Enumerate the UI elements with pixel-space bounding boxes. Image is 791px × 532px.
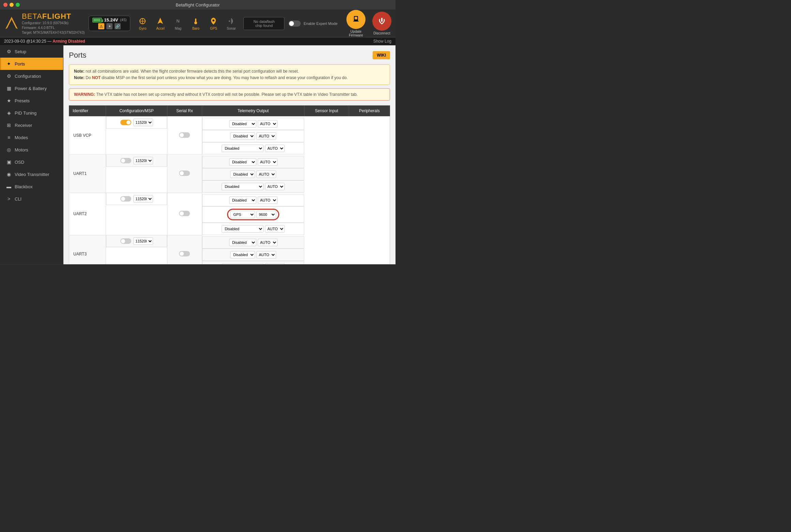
configuration-icon: ⚙ <box>6 73 12 79</box>
config-toggle[interactable] <box>120 158 131 163</box>
port-peripherals: DisabledVTX (IRC Tramp)VTX (Smart Audio)… <box>202 261 304 264</box>
sensor-baud-select[interactable]: AUTO960019200384005760011520023040025000… <box>256 132 276 140</box>
app-title: Betaflight Configurator <box>176 2 220 8</box>
maximize-button[interactable] <box>16 3 20 7</box>
close-button[interactable] <box>3 3 8 7</box>
peripheral-select[interactable]: DisabledVTX (IRC Tramp)VTX (Smart Audio)… <box>222 145 264 152</box>
svg-text:N: N <box>177 18 180 24</box>
peripheral-select[interactable]: DisabledVTX (IRC Tramp)VTX (Smart Audio)… <box>222 263 264 264</box>
config-baud-select[interactable]: 9600192003840057600115200230400250000 <box>133 237 153 245</box>
window-controls[interactable] <box>3 3 20 7</box>
config-toggle[interactable] <box>120 120 131 125</box>
config-baud-select[interactable]: 9600192003840057600115200230400250000 <box>133 195 153 203</box>
accel-icon <box>155 16 165 26</box>
serial-rx-toggle[interactable] <box>179 251 190 256</box>
sidebar-item-motors[interactable]: ◎ Motors <box>0 144 63 156</box>
table-row: UART296001920038400576001152002304002500… <box>69 193 390 235</box>
disconnect-button[interactable]: Disconnect <box>372 12 391 35</box>
port-sensor: DisabledGPSSonarESCAUTO96001920038400576… <box>202 130 304 142</box>
video-transmitter-icon: ◉ <box>6 172 12 177</box>
sensor-sonar: Sonar <box>223 15 239 32</box>
expert-mode-switch[interactable] <box>288 20 301 27</box>
update-firmware-button[interactable]: UpdateFirmware <box>346 10 365 37</box>
main-layout: ⚙ Setup ✦ Ports ⚙ Configuration ▦ Power … <box>0 45 395 264</box>
sidebar-label-cli: CLI <box>15 196 21 202</box>
col-sensor: Sensor Input <box>304 106 349 116</box>
peripheral-baud-select[interactable]: AUTO960019200384005760011520023040025000… <box>265 263 285 264</box>
sensor-mag: N Mag <box>170 15 186 32</box>
expert-mode-toggle[interactable]: Enable Expert Mode <box>288 20 338 27</box>
telemetry-baud-select[interactable]: AUTO960019200384005760011520023040025000… <box>258 196 278 204</box>
telemetry-baud-select[interactable]: AUTO960019200384005760011520023040025000… <box>258 120 278 128</box>
sensor-select[interactable]: DisabledGPSSonarESC <box>230 132 255 140</box>
svg-rect-11 <box>355 17 357 19</box>
blackbox-icon: ▬ <box>6 184 12 189</box>
config-toggle[interactable] <box>120 196 131 202</box>
sidebar-item-receiver[interactable]: ⊞ Receiver <box>0 119 63 131</box>
config-baud-select[interactable]: 9600192003840057600115200230400250000 <box>133 119 153 126</box>
telemetry-select[interactable]: DisabledFrSkySmartPortLTMMavLinkIbusCRSF <box>229 239 256 246</box>
telemetry-select[interactable]: DisabledFrSkySmartPortLTMMavLinkIbusCRSF <box>229 158 256 166</box>
table-row: UART196001920038400576001152002304002500… <box>69 154 390 193</box>
wiki-button[interactable]: WIKI <box>373 51 390 59</box>
sidebar-item-presets[interactable]: ★ Presets <box>0 94 63 107</box>
presets-icon: ★ <box>6 98 12 103</box>
peripheral-select[interactable]: DisabledVTX (IRC Tramp)VTX (Smart Audio)… <box>222 183 264 190</box>
serial-rx-toggle[interactable] <box>179 211 190 216</box>
sensor-baud-select[interactable]: AUTO960019200384005760011520023040025000… <box>256 211 276 218</box>
serial-rx-toggle[interactable] <box>179 132 190 138</box>
warning-text: The VTX table has not been set up correc… <box>96 92 358 97</box>
sensor-select[interactable]: DisabledGPSSonarESC <box>230 171 255 178</box>
battery-icon <box>92 18 102 23</box>
config-baud-select[interactable]: 9600192003840057600115200230400250000 <box>133 157 153 164</box>
dataflash-line2: chip found <box>248 24 280 28</box>
logo-text: BETAFLIGHT <box>22 12 85 21</box>
port-telemetry: DisabledFrSkySmartPortLTMMavLinkIbusCRSF… <box>202 156 304 168</box>
show-log-button[interactable]: Show Log <box>373 39 391 44</box>
sidebar-item-pid-tuning[interactable]: ◈ PID Tuning <box>0 107 63 119</box>
peripheral-baud-select[interactable]: AUTO960019200384005760011520023040025000… <box>265 225 285 233</box>
sidebar-item-blackbox[interactable]: ▬ Blackbox <box>0 180 63 193</box>
gps-icon <box>209 16 218 26</box>
svg-point-8 <box>212 19 214 21</box>
sensors-area: Gyro Accel N Mag Baro GPS <box>134 15 239 32</box>
warning-box: WARNING: The VTX table has not been set … <box>69 88 390 101</box>
telemetry-baud-select[interactable]: AUTO960019200384005760011520023040025000… <box>258 158 278 166</box>
sidebar-item-setup[interactable]: ⚙ Setup <box>0 45 63 58</box>
disconnect-icon[interactable] <box>372 12 391 31</box>
peripheral-baud-select[interactable]: AUTO960019200384005760011520023040025000… <box>265 145 285 152</box>
port-identifier: UART2 <box>69 193 106 235</box>
config-toggle[interactable] <box>120 238 131 244</box>
sonar-label: Sonar <box>227 27 236 30</box>
peripheral-baud-select[interactable]: AUTO960019200384005760011520023040025000… <box>265 183 285 190</box>
telemetry-baud-select[interactable]: AUTO960019200384005760011520023040025000… <box>258 239 278 246</box>
port-serial-rx <box>167 154 202 193</box>
sensor-select[interactable]: DisabledGPSSonarESC <box>230 211 255 218</box>
status-text: 2023-09-03 @14:30:25 — Arming Disabled <box>4 39 85 44</box>
sidebar-item-power-battery[interactable]: ▦ Power & Battery <box>0 82 63 94</box>
sidebar-item-cli[interactable]: > CLI <box>0 193 63 205</box>
page-title: Ports <box>69 51 86 60</box>
sidebar-item-video-transmitter[interactable]: ◉ Video Transmitter <box>0 168 63 180</box>
sidebar-item-modes[interactable]: ≡ Modes <box>0 131 63 144</box>
note-line1: Note: not all combinations are valid. Wh… <box>74 68 385 75</box>
update-firmware-icon[interactable] <box>346 10 365 29</box>
sensor-baud-select[interactable]: AUTO960019200384005760011520023040025000… <box>256 171 276 178</box>
sensor-select[interactable]: DisabledGPSSonarESC <box>230 251 255 258</box>
telemetry-select[interactable]: DisabledFrSkySmartPortLTMMavLinkIbusCRSF <box>229 120 256 128</box>
sidebar-item-configuration[interactable]: ⚙ Configuration <box>0 70 63 82</box>
sensor-baud-select[interactable]: AUTO960019200384005760011520023040025000… <box>256 251 276 258</box>
minimize-button[interactable] <box>10 3 14 7</box>
peripheral-select[interactable]: DisabledVTX (IRC Tramp)VTX (Smart Audio)… <box>222 225 264 233</box>
mag-icon: N <box>173 16 183 26</box>
telemetry-select[interactable]: DisabledFrSkySmartPortLTMMavLinkIbusCRSF <box>229 196 256 204</box>
sidebar-item-ports[interactable]: ✦ Ports <box>0 58 63 70</box>
port-identifier: USB VCP <box>69 116 106 155</box>
sidebar-item-osd[interactable]: ▣ OSD <box>0 156 63 168</box>
serial-rx-toggle[interactable] <box>179 171 190 176</box>
dataflash-info: No dataflash chip found <box>243 17 284 30</box>
sidebar-label-configuration: Configuration <box>15 74 41 79</box>
battery-info: 15.24V (4S) ⚠ ✦ 🔗 <box>89 16 130 31</box>
sonar-icon <box>226 16 236 26</box>
sidebar-label-receiver: Receiver <box>15 123 32 128</box>
